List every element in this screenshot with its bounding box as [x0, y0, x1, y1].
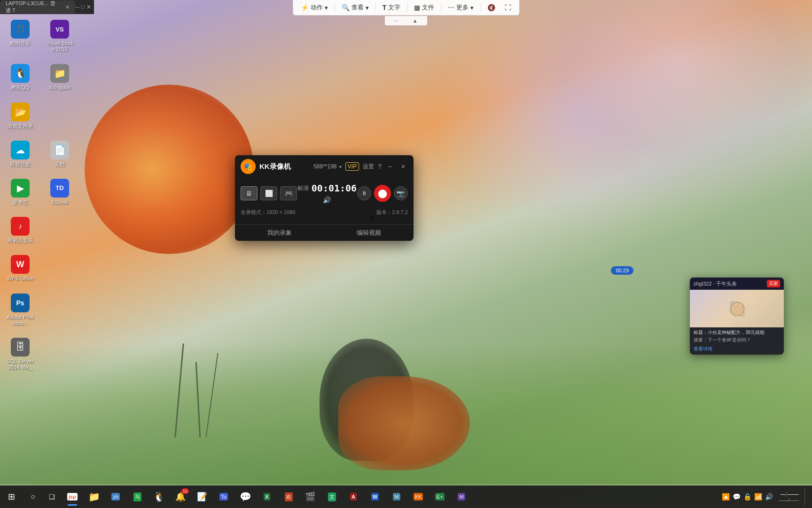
window-close-icon[interactable]: ✕: [86, 4, 91, 10]
taskbar-app-zhgl322[interactable]: zh: [105, 486, 126, 507]
icon-kugou[interactable]: 🎵 酷狗音乐: [4, 18, 37, 55]
kugou-icon: 🎵: [11, 20, 30, 39]
notif-details-link[interactable]: 查看详情: [690, 344, 784, 355]
toolbar-divider-2: [375, 3, 376, 12]
taskbar-app-tencent[interactable]: 🐧: [148, 486, 169, 507]
window-maximize-icon[interactable]: □: [81, 4, 85, 10]
tencent-icon: 🐧: [153, 491, 165, 502]
start-icon: ⊞: [8, 492, 15, 502]
taskbar-app-micro3[interactable]: M: [386, 486, 407, 507]
icon-vs2019[interactable]: VS Visual Studio 2019: [43, 18, 76, 55]
desktop-mode-icon: 🖥: [246, 190, 252, 197]
toolbar-divider-3: [407, 3, 407, 12]
icon-wangyiyun[interactable]: ♪ 网易云音乐: [4, 215, 37, 246]
toolbar-view-label: 查看: [351, 3, 364, 12]
task-view-icon: ❏: [49, 493, 55, 500]
kk-settings-button[interactable]: 设置: [363, 163, 374, 171]
iqiyi-label: 爱奇艺: [13, 199, 28, 206]
taskbar-app-files[interactable]: 📁: [84, 486, 104, 507]
toolbar-divider-5: [480, 3, 481, 12]
icon-xdingqun[interactable]: 📁 Xdingqun: [43, 62, 76, 93]
toolbar-file-btn[interactable]: ▦ 文件: [410, 2, 438, 13]
taskbar-app-word[interactable]: W: [365, 486, 385, 507]
kk-game-mode-btn[interactable]: 🎮: [280, 186, 297, 200]
toolbar-text-label: 文字: [388, 3, 400, 12]
kk-window-mode-btn[interactable]: ⬜: [260, 186, 277, 200]
icon-sql[interactable]: 🗄 SQL Server 2014 Ma _: [4, 336, 37, 373]
kk-close-button[interactable]: ×: [398, 162, 408, 171]
taskbar-app-micro4[interactable]: M: [451, 486, 472, 507]
window-minimize-icon[interactable]: ─: [75, 4, 79, 10]
taskbar-app-notepad[interactable]: 📝: [192, 486, 212, 507]
toolbar-text-btn[interactable]: T 文字: [379, 2, 405, 13]
taskbar-clock[interactable]: —:—— ——/——: [775, 491, 803, 503]
close-tab-icon[interactable]: ✕: [65, 4, 70, 10]
youxi-label: 游戏文件夹: [8, 123, 33, 129]
sql-icon: 🗄: [11, 338, 30, 357]
toolbar-fullscreen-btn[interactable]: ⛶: [501, 2, 515, 13]
taskbar-search-button[interactable]: ○: [24, 488, 41, 505]
taskbar-app-editplus[interactable]: E+: [429, 486, 450, 507]
kk-help-button[interactable]: ?: [378, 163, 382, 170]
icon-lianzhiyun[interactable]: ☁ 联智云盘: [4, 139, 37, 169]
taskbar-app-excel[interactable]: X: [257, 486, 277, 507]
taskbar-app-mani[interactable]: 马: [127, 486, 148, 507]
kk-title-left: 🎭 KK录像机: [241, 159, 291, 174]
toolbar-collapse-down-btn[interactable]: −: [390, 17, 401, 24]
kk-my-recordings-tab[interactable]: 我的录象: [235, 225, 324, 241]
todesk-label: ToDesk: [51, 199, 69, 206]
kk-record-button[interactable]: ⬤: [374, 185, 391, 202]
window-tab[interactable]: LAPTOP-L3CUE... 普通 T ✕: [0, 0, 75, 14]
kk-edit-video-tab[interactable]: 编辑视频: [324, 225, 414, 241]
kk-app-name: KK录像机: [259, 162, 291, 171]
tray-volume-icon[interactable]: 🔊: [765, 493, 773, 500]
lianzhiyun-label: 联智云盘: [10, 161, 31, 167]
kk-pause-button[interactable]: ⏸: [357, 186, 371, 200]
toolbar-view-btn[interactable]: 🔍 查看 ▾: [338, 2, 373, 13]
icon-wendang[interactable]: 📄 文档: [43, 139, 76, 169]
taskbar-task-view-button[interactable]: ❏: [43, 488, 60, 505]
toolbar-action-label: 动作: [311, 3, 323, 12]
tray-security-icon[interactable]: 🔒: [743, 493, 751, 500]
toolbar-more-btn[interactable]: ⋯ 更多 ▾: [444, 2, 477, 13]
toolbar-more-label: 更多: [456, 3, 468, 12]
icon-todesk[interactable]: TD ToDesk: [43, 177, 76, 207]
taskbar-apps: jsp 📁 zh 马 🐧 🔔 11 📝 To: [62, 486, 472, 507]
icon-youxi[interactable]: 📂 游戏文件夹: [4, 101, 37, 131]
taskbar-app-weixin[interactable]: 💬: [235, 486, 256, 507]
taskbar-app-jsp[interactable]: jsp: [62, 486, 83, 507]
taskbar-app-welcome[interactable]: 欢: [278, 486, 299, 507]
tray-chat-icon[interactable]: 💬: [733, 493, 741, 500]
excel-icon: X: [264, 493, 270, 500]
wendang-icon: 📄: [50, 141, 69, 159]
access-icon: A: [350, 493, 357, 500]
icon-adobeps[interactable]: Ps Adobe Photosho...: [4, 292, 37, 328]
kk-minimize-button[interactable]: −: [385, 162, 395, 171]
sql-label: SQL Server 2014 Ma _: [6, 358, 35, 371]
toolbar-mute-btn[interactable]: 🔇: [484, 2, 499, 13]
xdingqun-icon: 📁: [50, 64, 69, 83]
icon-qq[interactable]: 🐧 腾讯QQ: [4, 62, 37, 93]
kk-bottom-tabs: 我的录象 编辑视频: [235, 224, 414, 241]
taskbar-app-todo[interactable]: To: [213, 486, 234, 507]
icon-iqiyi[interactable]: ▶ 爱奇艺: [4, 177, 37, 207]
taskbar-start-button[interactable]: ⊞: [0, 485, 23, 508]
kk-desktop-mode-btn[interactable]: 🖥: [241, 186, 258, 200]
show-desktop-btn[interactable]: [804, 487, 808, 506]
tray-expand-icon[interactable]: 🔼: [722, 493, 730, 500]
jsp-icon: jsp: [67, 493, 78, 500]
kk-screenshot-button[interactable]: 📷: [394, 186, 408, 200]
wangyiyun-label: 网易云音乐: [8, 238, 33, 244]
toolbar-divider-4: [441, 3, 441, 12]
tray-network-icon[interactable]: 📶: [754, 493, 762, 500]
taskbar-app-kk[interactable]: KK: [408, 486, 429, 507]
toolbar-action-btn[interactable]: ⚡ 动作 ▾: [297, 2, 332, 13]
icon-wps[interactable]: W WPS Office: [4, 253, 37, 284]
taskbar-app-screenrec[interactable]: 🎬: [300, 486, 320, 507]
toolbar-divider-1: [335, 3, 335, 12]
taskbar-app-access[interactable]: A: [343, 486, 364, 507]
taskbar-app-notifications[interactable]: 🔔 11: [170, 486, 191, 507]
toolbar-collapse-up-btn[interactable]: ▲: [409, 17, 422, 24]
taskbar-app-wenbiao[interactable]: 文: [321, 486, 342, 507]
kk-quality-label: 标清: [297, 184, 309, 192]
